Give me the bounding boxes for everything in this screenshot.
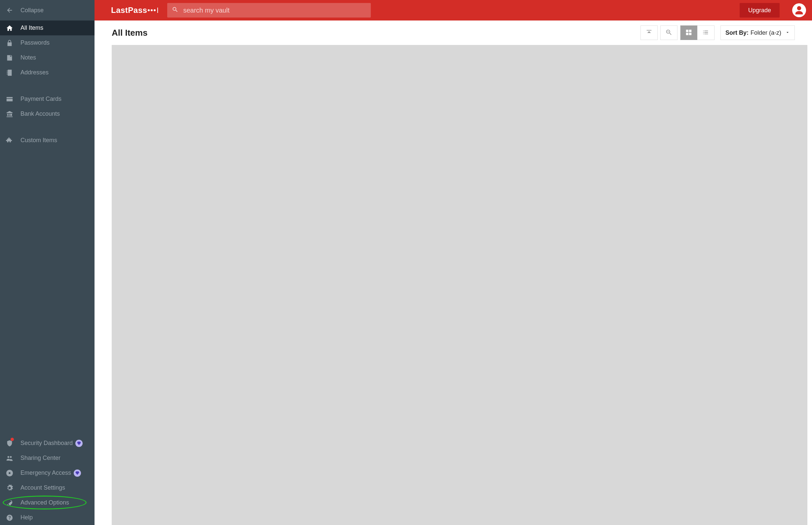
logo-dots-icon xyxy=(148,7,158,13)
upgrade-button[interactable]: Upgrade xyxy=(740,3,780,17)
sidebar-item-notes[interactable]: Notes xyxy=(0,50,94,65)
logo-text: LastPass xyxy=(111,5,147,15)
sidebar-collapse[interactable]: Collapse xyxy=(0,0,94,20)
sidebar-item-label: Account Settings xyxy=(20,484,65,491)
sidebar-item-label: Sharing Center xyxy=(20,454,60,462)
sidebar-item-label: Custom Items xyxy=(20,137,57,144)
sidebar-item-label: Notes xyxy=(20,54,36,61)
bank-icon xyxy=(6,110,20,118)
diamond-badge-icon xyxy=(75,440,82,447)
card-icon xyxy=(6,95,20,103)
sidebar-item-label: Emergency Access xyxy=(20,469,71,476)
puzzle-icon xyxy=(6,137,20,144)
toolbar: All Items Sort By: xyxy=(94,20,812,45)
search-icon xyxy=(172,6,179,14)
sidebar-item-label: Security Dashboard xyxy=(20,440,73,447)
sidebar: Collapse All ItemsPasswordsNotesAddresse… xyxy=(0,0,94,525)
sidebar-item-sharing-center[interactable]: Sharing Center xyxy=(0,451,94,465)
sidebar-item-payment-cards[interactable]: Payment Cards xyxy=(0,92,94,106)
people-icon xyxy=(6,454,20,462)
logo: LastPass xyxy=(111,5,158,15)
sidebar-item-label: All Items xyxy=(20,25,43,31)
sort-label: Sort By: xyxy=(725,29,749,36)
sidebar-item-security-dashboard[interactable]: Security Dashboard xyxy=(0,436,94,451)
search-input[interactable] xyxy=(183,6,366,14)
sidebar-item-label: Passwords xyxy=(20,39,49,46)
header: LastPass Upgrade xyxy=(94,0,812,20)
sidebar-item-label: Help xyxy=(20,514,33,521)
search-wrap[interactable] xyxy=(167,3,371,17)
sidebar-item-emergency-access[interactable]: Emergency Access xyxy=(0,465,94,480)
zoom-out-icon xyxy=(665,29,673,37)
home-icon xyxy=(6,25,20,32)
sidebar-item-help[interactable]: Help xyxy=(0,510,94,525)
page-title: All Items xyxy=(112,28,148,38)
sidebar-item-label: Bank Accounts xyxy=(20,110,60,117)
sidebar-item-all-items[interactable]: All Items xyxy=(0,20,94,35)
sort-value: Folder (a-z) xyxy=(751,29,781,36)
caret-down-icon xyxy=(785,29,790,36)
sidebar-item-label: Payment Cards xyxy=(20,95,61,103)
content-area xyxy=(112,45,807,525)
notification-dot xyxy=(11,438,14,441)
avatar[interactable] xyxy=(792,3,806,17)
list-view-button[interactable] xyxy=(697,26,715,40)
sort-dropdown[interactable]: Sort By: Folder (a-z) xyxy=(720,26,795,40)
sidebar-collapse-label: Collapse xyxy=(20,7,44,14)
arrow-left-icon xyxy=(6,6,20,14)
sidebar-item-addresses[interactable]: Addresses xyxy=(0,65,94,80)
list-icon xyxy=(702,29,709,37)
sidebar-item-label: Advanced Options xyxy=(20,499,69,506)
main: LastPass Upgrade All Items xyxy=(94,0,812,525)
collapse-up-icon xyxy=(645,29,653,37)
lock-icon xyxy=(6,39,20,47)
note-icon xyxy=(6,54,20,61)
grid-icon xyxy=(685,29,692,37)
grid-view-button[interactable] xyxy=(680,26,697,40)
collapse-all-button[interactable] xyxy=(641,26,658,40)
help-icon xyxy=(6,514,20,521)
diamond-badge-icon xyxy=(74,469,81,477)
gear-icon xyxy=(6,484,20,492)
sidebar-item-passwords[interactable]: Passwords xyxy=(0,35,94,50)
addressbook-icon xyxy=(6,69,20,76)
sidebar-item-label: Addresses xyxy=(20,69,49,76)
sidebar-item-advanced-options[interactable]: Advanced Options xyxy=(0,495,94,510)
zoom-out-button[interactable] xyxy=(660,26,677,40)
view-toggle-group xyxy=(680,26,715,40)
rocket-icon xyxy=(6,499,20,507)
sidebar-item-bank-accounts[interactable]: Bank Accounts xyxy=(0,106,94,121)
sidebar-item-custom-items[interactable]: Custom Items xyxy=(0,133,94,148)
sidebar-item-account-settings[interactable]: Account Settings xyxy=(0,480,94,495)
lifebuoy-icon xyxy=(6,469,20,477)
